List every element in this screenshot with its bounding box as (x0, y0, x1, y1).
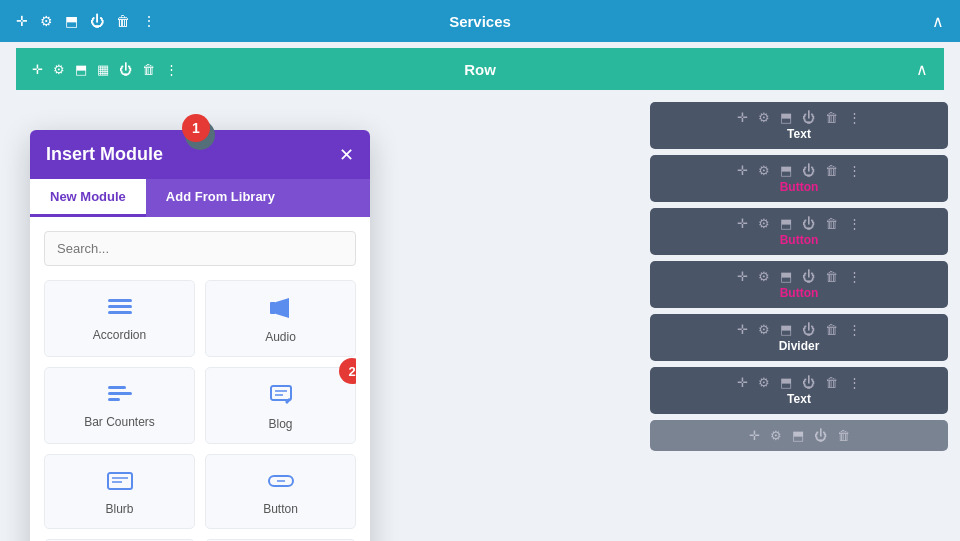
block-power-icon-4[interactable]: ⏻ (802, 269, 815, 284)
block-delete-icon-4[interactable]: 🗑 (825, 269, 838, 284)
svg-rect-5 (108, 386, 126, 389)
row-columns-icon[interactable]: ▦ (97, 62, 109, 77)
module-item-bar-counters[interactable]: Bar Counters (44, 367, 195, 444)
row-bar-chevron[interactable]: ∧ (916, 60, 928, 79)
row-bar-title: Row (464, 61, 496, 78)
top-bar-title: Services (449, 13, 511, 30)
block-copy-icon-4[interactable]: ⬒ (780, 269, 792, 284)
block-settings-icon[interactable]: ⚙ (758, 110, 770, 125)
copy-icon[interactable]: ⬒ (65, 13, 78, 29)
block-label-button-2: Button (780, 233, 819, 247)
step2-badge: 2 (339, 358, 356, 384)
block-copy-icon-5[interactable]: ⬒ (780, 322, 792, 337)
block-move-icon-5[interactable]: ✛ (737, 322, 748, 337)
block-settings-icon-6[interactable]: ⚙ (758, 375, 770, 390)
block-power-icon-7[interactable]: ⏻ (814, 428, 827, 443)
block-button-3: ✛ ⚙ ⬒ ⏻ 🗑 ⋮ Button (650, 261, 948, 308)
row-more-icon[interactable]: ⋮ (165, 62, 178, 77)
row-bar-icons: ✛ ⚙ ⬒ ▦ ⏻ 🗑 ⋮ (32, 62, 178, 77)
tab-add-from-library[interactable]: Add From Library (146, 179, 295, 217)
module-grid: Accordion Audio (44, 280, 356, 541)
more-icon[interactable]: ⋮ (142, 13, 156, 29)
block-copy-icon-3[interactable]: ⬒ (780, 216, 792, 231)
left-panel: 1 ▾ Insert Module ✕ New Module Add From … (0, 90, 650, 541)
button-icon (267, 471, 295, 496)
block-copy-icon-6[interactable]: ⬒ (780, 375, 792, 390)
power-icon[interactable]: ⏻ (90, 13, 104, 29)
block-move-icon-2[interactable]: ✛ (737, 163, 748, 178)
block-settings-icon-5[interactable]: ⚙ (758, 322, 770, 337)
block-delete-icon-5[interactable]: 🗑 (825, 322, 838, 337)
block-delete-icon-2[interactable]: 🗑 (825, 163, 838, 178)
block-settings-icon-4[interactable]: ⚙ (758, 269, 770, 284)
block-label-text-2: Text (787, 392, 811, 406)
block-button-1: ✛ ⚙ ⬒ ⏻ 🗑 ⋮ Button (650, 155, 948, 202)
accordion-icon (106, 297, 134, 322)
accordion-label: Accordion (93, 328, 146, 342)
block-label-button-1: Button (780, 180, 819, 194)
block-delete-icon-7[interactable]: 🗑 (837, 428, 850, 443)
svg-rect-8 (271, 386, 291, 400)
block-more-icon-6[interactable]: ⋮ (848, 375, 861, 390)
row-bar-wrapper: ✛ ⚙ ⬒ ▦ ⏻ 🗑 ⋮ Row ∧ (0, 42, 960, 90)
module-item-accordion[interactable]: Accordion (44, 280, 195, 357)
svg-rect-11 (108, 473, 132, 489)
svg-rect-3 (270, 302, 276, 314)
module-item-audio[interactable]: Audio (205, 280, 356, 357)
block-power-icon[interactable]: ⏻ (802, 110, 815, 125)
row-copy-icon[interactable]: ⬒ (75, 62, 87, 77)
delete-icon[interactable]: 🗑 (116, 13, 130, 29)
block-delete-icon-3[interactable]: 🗑 (825, 216, 838, 231)
block-move-icon[interactable]: ✛ (737, 110, 748, 125)
row-power-icon[interactable]: ⏻ (119, 62, 132, 77)
block-copy-icon-7[interactable]: ⬒ (792, 428, 804, 443)
block-more-icon-3[interactable]: ⋮ (848, 216, 861, 231)
block-icons-row-2: ✛ ⚙ ⬒ ⏻ 🗑 ⋮ (662, 163, 936, 178)
block-delete-icon-6[interactable]: 🗑 (825, 375, 838, 390)
block-power-icon-2[interactable]: ⏻ (802, 163, 815, 178)
top-bar-chevron[interactable]: ∧ (932, 12, 944, 31)
tab-new-module[interactable]: New Module (30, 179, 146, 217)
settings-icon[interactable]: ⚙ (40, 13, 53, 29)
audio-label: Audio (265, 330, 296, 344)
block-icons-row-1: ✛ ⚙ ⬒ ⏻ 🗑 ⋮ (662, 110, 936, 125)
search-input[interactable] (44, 231, 356, 266)
module-item-blog[interactable]: Blog 2 (205, 367, 356, 444)
insert-module-modal: Insert Module ✕ New Module Add From Libr… (30, 130, 370, 541)
step1-badge: 1 (182, 114, 210, 142)
block-copy-icon[interactable]: ⬒ (780, 110, 792, 125)
block-label-divider: Divider (779, 339, 820, 353)
row-bar: ✛ ⚙ ⬒ ▦ ⏻ 🗑 ⋮ Row ∧ (16, 48, 944, 90)
block-delete-icon[interactable]: 🗑 (825, 110, 838, 125)
block-settings-icon-3[interactable]: ⚙ (758, 216, 770, 231)
block-button-2: ✛ ⚙ ⬒ ⏻ 🗑 ⋮ Button (650, 208, 948, 255)
module-item-button[interactable]: Button (205, 454, 356, 529)
main-content: 1 ▾ Insert Module ✕ New Module Add From … (0, 90, 960, 541)
block-move-icon-7[interactable]: ✛ (749, 428, 760, 443)
block-move-icon-3[interactable]: ✛ (737, 216, 748, 231)
row-move-icon[interactable]: ✛ (32, 62, 43, 77)
block-move-icon-6[interactable]: ✛ (737, 375, 748, 390)
svg-rect-6 (108, 392, 132, 395)
top-bar-icons: ✛ ⚙ ⬒ ⏻ 🗑 ⋮ (16, 13, 156, 29)
block-more-icon-5[interactable]: ⋮ (848, 322, 861, 337)
blurb-label: Blurb (105, 502, 133, 516)
row-settings-icon[interactable]: ⚙ (53, 62, 65, 77)
row-delete-icon[interactable]: 🗑 (142, 62, 155, 77)
block-icons-row-5: ✛ ⚙ ⬒ ⏻ 🗑 ⋮ (662, 322, 936, 337)
block-move-icon-4[interactable]: ✛ (737, 269, 748, 284)
block-power-icon-3[interactable]: ⏻ (802, 216, 815, 231)
block-more-icon-4[interactable]: ⋮ (848, 269, 861, 284)
block-more-icon[interactable]: ⋮ (848, 110, 861, 125)
move-icon[interactable]: ✛ (16, 13, 28, 29)
block-settings-icon-7[interactable]: ⚙ (770, 428, 782, 443)
block-power-icon-6[interactable]: ⏻ (802, 375, 815, 390)
block-power-icon-5[interactable]: ⏻ (802, 322, 815, 337)
module-item-blurb[interactable]: Blurb (44, 454, 195, 529)
bar-counters-icon (106, 384, 134, 409)
block-more-icon-2[interactable]: ⋮ (848, 163, 861, 178)
block-settings-icon-2[interactable]: ⚙ (758, 163, 770, 178)
block-copy-icon-2[interactable]: ⬒ (780, 163, 792, 178)
modal-close-button[interactable]: ✕ (339, 146, 354, 164)
block-icons-row-3: ✛ ⚙ ⬒ ⏻ 🗑 ⋮ (662, 216, 936, 231)
